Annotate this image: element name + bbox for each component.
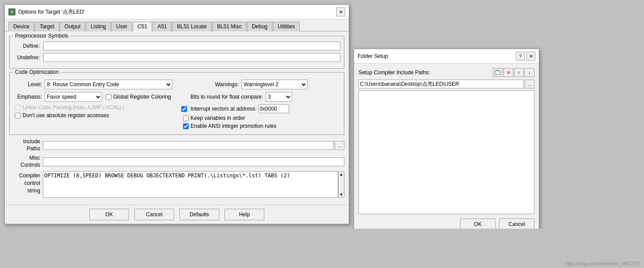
keep-variables-checkbox[interactable] xyxy=(183,115,189,121)
emphasis-label: Emphasis: xyxy=(13,94,42,100)
preprocessor-content: Define: Undefine: xyxy=(13,42,340,62)
undefine-input[interactable] xyxy=(43,53,340,62)
dont-use-label: Don't use absolute register accesses xyxy=(23,112,109,119)
tab-listing[interactable]: Listing xyxy=(86,22,111,31)
keep-variables-label: Keep variables in order xyxy=(191,115,245,121)
main-titlebar: V Options for Target '点亮LED' ✕ xyxy=(5,5,349,19)
level-select[interactable]: 8: Reuse Common Entry Code xyxy=(45,80,172,89)
linker-code-label: Linker Code Packing (max. AJMP / ACALL) xyxy=(23,104,124,111)
warnings-row: Warnings: Warninglevel 2 xyxy=(181,80,340,89)
folder-title-buttons: ? ✕ xyxy=(516,52,535,61)
titlebar-left: V Options for Target '点亮LED' xyxy=(8,8,84,16)
undefine-label: Undefine: xyxy=(13,54,40,61)
main-close-button[interactable]: ✕ xyxy=(336,8,345,16)
folder-list-area xyxy=(358,90,534,214)
svg-rect-0 xyxy=(495,71,500,75)
emphasis-select[interactable]: Favor speed xyxy=(45,92,102,102)
code-opt-left: Level: 8: Reuse Common Entry Code Emphas… xyxy=(13,80,172,131)
interrupt-address-input[interactable] xyxy=(258,104,289,113)
tab-device[interactable]: Device xyxy=(8,22,34,31)
main-dialog: V Options for Target '点亮LED' ✕ Device Ta… xyxy=(4,4,349,224)
level-row: Level: 8: Reuse Common Entry Code xyxy=(13,80,172,89)
folder-content: Setup Compiler Include Paths: ✕ ↑ ↓ ... … xyxy=(354,64,539,229)
emphasis-row: Emphasis: Favor speed Global Register Co… xyxy=(13,92,172,102)
enable-ansi-checkbox[interactable] xyxy=(183,123,189,129)
compiler-textarea[interactable]: OPTIMIZE (8,SPEED) BROWSE DEBUG OBJECTEX… xyxy=(43,171,338,198)
folder-header-row: Setup Compiler Include Paths: ✕ ↑ ↓ xyxy=(358,68,534,77)
folder-help-button[interactable]: ? xyxy=(516,52,525,61)
dialog-content: Preprocessor Symbols Define: Undefine: C… xyxy=(5,31,349,205)
folder-dialog-buttons: OK Cancel xyxy=(358,218,534,229)
tab-bl51-misc[interactable]: BL51 Misc xyxy=(212,22,247,31)
ok-button[interactable]: OK xyxy=(89,209,129,220)
dont-use-checkbox[interactable] xyxy=(15,113,21,119)
tab-utilities[interactable]: Utilities xyxy=(273,22,300,31)
misc-controls-row: MiscControls xyxy=(9,155,344,168)
tab-debug[interactable]: Debug xyxy=(247,22,272,31)
define-input[interactable] xyxy=(43,42,340,50)
interrupt-label: Interrupt vectors at address: xyxy=(191,106,256,112)
linker-code-checkbox xyxy=(15,105,21,111)
help-button[interactable]: Help xyxy=(225,209,264,220)
folder-delete-button[interactable]: ✕ xyxy=(503,68,513,77)
compiler-control-section: Compilercontrolstring OPTIMIZE (8,SPEED)… xyxy=(9,171,344,198)
folder-setup-label: Setup Compiler Include Paths: xyxy=(358,69,430,76)
global-register-row: Global Register Coloring xyxy=(106,94,171,100)
enable-ansi-label: Enable ANSI integer promotion rules xyxy=(191,123,276,129)
tab-a51[interactable]: A51 xyxy=(152,22,171,31)
enable-ansi-row: Enable ANSI integer promotion rules xyxy=(183,123,340,129)
bits-label: Bits to round for float compare: xyxy=(181,94,263,100)
folder-close-button[interactable]: ✕ xyxy=(526,52,535,61)
compiler-label: Compilercontrolstring xyxy=(9,171,40,194)
cancel-button[interactable]: Cancel xyxy=(134,209,174,220)
folder-titlebar: Folder Setup ? ✕ xyxy=(354,49,539,64)
preprocessor-group: Preprocessor Symbols Define: Undefine: xyxy=(9,36,344,69)
tabs-bar: Device Target Output Listing User C51 A5… xyxy=(5,19,349,31)
misc-controls-label: MiscControls xyxy=(9,155,40,168)
compiler-scrollbar[interactable]: ▲ ▼ xyxy=(338,171,344,198)
folder-cancel-button[interactable]: Cancel xyxy=(499,218,534,229)
code-optimization-title: Code Optimization xyxy=(13,69,61,75)
include-paths-input[interactable] xyxy=(43,141,334,150)
folder-up-button[interactable]: ↑ xyxy=(514,68,524,77)
linker-code-row: Linker Code Packing (max. AJMP / ACALL) xyxy=(15,104,172,111)
global-register-checkbox[interactable] xyxy=(106,94,111,100)
keep-variables-row: Keep variables in order xyxy=(183,115,340,121)
dont-use-row: Don't use absolute register accesses xyxy=(15,112,172,119)
main-dialog-buttons: OK Cancel Defaults Help xyxy=(5,205,349,224)
level-label: Level: xyxy=(13,81,42,88)
main-dialog-title: Options for Target '点亮LED' xyxy=(18,8,84,16)
warnings-label: Warnings: xyxy=(181,81,239,88)
tab-c51[interactable]: C51 xyxy=(133,22,152,31)
define-row: Define: xyxy=(13,42,340,50)
bits-row: Bits to round for float compare: 3 xyxy=(181,92,340,102)
define-label: Define: xyxy=(13,43,40,49)
bits-select[interactable]: 3 xyxy=(266,92,292,102)
include-paths-row: IncludePaths ... xyxy=(9,138,344,152)
folder-path-input[interactable] xyxy=(358,80,524,88)
preprocessor-title: Preprocessor Symbols xyxy=(13,33,70,39)
scroll-up-icon[interactable]: ▲ xyxy=(339,172,343,176)
folder-path-row: ... xyxy=(358,80,534,88)
tab-bl51-locate[interactable]: BL51 Locate xyxy=(172,22,211,31)
code-opt-right: Warnings: Warninglevel 2 Bits to round f… xyxy=(181,80,340,131)
include-browse-button[interactable]: ... xyxy=(335,141,344,150)
tab-output[interactable]: Output xyxy=(60,22,85,31)
tab-user[interactable]: User xyxy=(111,22,132,31)
misc-controls-input[interactable] xyxy=(43,157,344,166)
folder-ok-button[interactable]: OK xyxy=(460,218,495,229)
folder-dialog-title: Folder Setup xyxy=(358,53,388,59)
scroll-down-icon[interactable]: ▼ xyxy=(339,192,343,197)
folder-new-button[interactable] xyxy=(493,68,503,77)
folder-toolbar: ✕ ↑ ↓ xyxy=(493,68,534,77)
warnings-select[interactable]: Warninglevel 2 xyxy=(241,80,308,89)
interrupt-row: Interrupt vectors at address: xyxy=(181,104,340,113)
defaults-button[interactable]: Defaults xyxy=(179,209,219,220)
code-opt-content: Level: 8: Reuse Common Entry Code Emphas… xyxy=(13,80,340,131)
folder-new-icon xyxy=(495,69,501,76)
tab-target[interactable]: Target xyxy=(35,22,59,31)
folder-browse-button[interactable]: ... xyxy=(525,80,534,88)
folder-down-button[interactable]: ↓ xyxy=(525,68,534,77)
interrupt-checkbox[interactable] xyxy=(181,106,187,112)
global-register-label: Global Register Coloring xyxy=(113,94,171,100)
